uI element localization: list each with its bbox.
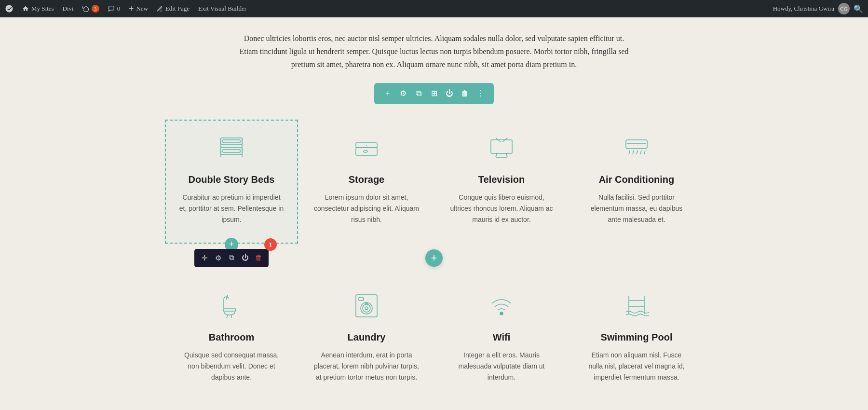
- storage-title: Storage: [349, 174, 384, 185]
- wordpress-logo[interactable]: [5, 4, 14, 13]
- swimming-pool-title: Swimming Pool: [601, 332, 673, 343]
- module-disable-btn[interactable]: ⏻: [239, 252, 251, 264]
- section-toggle-btn[interactable]: ⏻: [443, 87, 456, 100]
- svg-line-19: [637, 150, 637, 154]
- svg-line-12: [506, 153, 507, 157]
- user-greeting: Howdy, Christina Gwira: [773, 5, 834, 13]
- comments-count: 0: [117, 5, 121, 13]
- svg-line-18: [633, 150, 634, 154]
- module-settings-btn[interactable]: ⚙: [212, 252, 224, 264]
- notification-badge: 1: [264, 238, 277, 251]
- swimming-pool-icon: [622, 291, 651, 324]
- svg-point-9: [364, 150, 367, 152]
- svg-point-29: [363, 304, 370, 312]
- television-desc: Congue quis libero euismod, ultrices rho…: [448, 192, 555, 225]
- svg-rect-1: [221, 148, 242, 154]
- air-conditioning-title: Air Conditioning: [599, 174, 675, 185]
- svg-line-17: [629, 150, 630, 154]
- add-btn-between-rows: +: [0, 249, 868, 267]
- wifi-icon: [487, 291, 516, 324]
- feature-storage[interactable]: Storage Lorem ipsum dolor sit amet, cons…: [299, 119, 434, 245]
- svg-rect-7: [356, 148, 377, 155]
- television-title: Television: [478, 174, 525, 185]
- svg-point-31: [500, 312, 503, 315]
- module-move-btn[interactable]: ✛: [198, 252, 211, 264]
- module-duplicate-btn[interactable]: ⧉: [225, 252, 238, 264]
- module-toolbar: ✛ ⚙ ⧉ ⏻ 🗑: [194, 249, 269, 267]
- features-grid-row1: Double Story Beds Curabitur ac pretium i…: [145, 119, 723, 245]
- svg-rect-10: [491, 140, 512, 153]
- my-sites-label: My Sites: [31, 5, 54, 13]
- wifi-desc: Integer a elit eros. Mauris malesuada vu…: [448, 350, 555, 383]
- storage-icon: [352, 133, 381, 166]
- svg-line-11: [496, 153, 497, 157]
- topbar-right: Howdy, Christina Gwira CG 🔍: [773, 3, 863, 14]
- double-story-beds-title: Double Story Beds: [189, 174, 275, 185]
- svg-line-21: [644, 150, 645, 154]
- section-settings-btn[interactable]: ⚙: [396, 87, 410, 100]
- television-icon: [487, 133, 516, 166]
- features-grid-row2: Bathroom Quisque sed consequat massa, no…: [145, 276, 723, 402]
- feature-wifi[interactable]: Wifi Integer a elit eros. Mauris malesua…: [434, 276, 569, 402]
- updates-badge: 3: [92, 5, 99, 13]
- feature-air-conditioning[interactable]: Air Conditioning Nulla facilisi. Sed por…: [569, 119, 704, 245]
- feature-bathroom[interactable]: Bathroom Quisque sed consequat massa, no…: [164, 276, 299, 402]
- section-delete-btn[interactable]: 🗑: [458, 87, 472, 100]
- air-conditioning-desc: Nulla facilisi. Sed porttitor elementum …: [583, 192, 690, 225]
- svg-point-30: [365, 307, 368, 310]
- laundry-icon: [352, 291, 381, 324]
- svg-rect-0: [221, 138, 242, 145]
- section-add-btn[interactable]: +: [381, 87, 394, 100]
- svg-rect-16: [626, 140, 647, 149]
- intro-paragraph: Donec ultricies lobortis eros, nec aucto…: [236, 32, 632, 71]
- section-toolbar: + ⚙ ⧉ ⊞ ⏻ 🗑 ⋮: [374, 83, 494, 104]
- divi-menu[interactable]: Divi: [63, 5, 74, 13]
- main-content: Donec ultricies lobortis eros, nec aucto…: [0, 17, 868, 410]
- exit-builder-label: Exit Visual Builder: [198, 5, 246, 13]
- svg-line-24: [227, 315, 228, 318]
- my-sites-menu[interactable]: My Sites: [22, 5, 54, 13]
- updates-menu[interactable]: 3: [82, 5, 99, 13]
- storage-desc: Lorem ipsum dolor sit amet, consectetur …: [313, 192, 420, 225]
- edit-page-btn[interactable]: Edit Page: [157, 5, 190, 13]
- bunk-bed-icon: [217, 133, 246, 166]
- section-toolbar-wrap: + ⚙ ⧉ ⊞ ⏻ 🗑 ⋮: [0, 83, 868, 104]
- laundry-title: Laundry: [348, 332, 386, 343]
- svg-rect-23: [224, 308, 235, 311]
- module-delete-btn[interactable]: 🗑: [252, 252, 265, 264]
- comments-menu[interactable]: 0: [108, 5, 121, 13]
- intro-text-block: Donec ultricies lobortis eros, nec aucto…: [227, 17, 641, 76]
- exit-builder-btn[interactable]: Exit Visual Builder: [198, 5, 246, 13]
- double-story-beds-desc: Curabitur ac pretium id imperdiet et, po…: [178, 192, 285, 225]
- divi-label: Divi: [63, 5, 74, 13]
- feature-double-story-beds[interactable]: Double Story Beds Curabitur ac pretium i…: [164, 119, 299, 245]
- edit-page-label: Edit Page: [165, 5, 190, 13]
- feature-television[interactable]: Television Congue quis libero euismod, u…: [434, 119, 569, 245]
- feature-laundry[interactable]: Laundry Aenean interdum, erat in porta p…: [299, 276, 434, 402]
- bathroom-desc: Quisque sed consequat massa, non bibendu…: [178, 350, 285, 383]
- svg-rect-4: [223, 140, 240, 143]
- air-conditioning-icon: [622, 133, 651, 166]
- section-more-btn[interactable]: ⋮: [474, 87, 487, 100]
- svg-line-20: [640, 150, 641, 154]
- bathroom-title: Bathroom: [209, 332, 254, 343]
- wifi-title: Wifi: [493, 332, 510, 343]
- bathroom-icon: [217, 291, 246, 324]
- feature-swimming-pool[interactable]: Swimming Pool Etiam non aliquam nisl. Fu…: [569, 276, 704, 402]
- svg-rect-5: [223, 150, 240, 152]
- section-grid-btn[interactable]: ⊞: [427, 87, 441, 100]
- user-avatar[interactable]: CG: [838, 3, 850, 14]
- search-icon[interactable]: 🔍: [854, 4, 863, 14]
- svg-rect-27: [359, 298, 364, 301]
- laundry-desc: Aenean interdum, erat in porta placerat,…: [313, 350, 420, 383]
- topbar: My Sites Divi 3 0 + New Edit Page Exit V…: [0, 0, 868, 17]
- swimming-pool-desc: Etiam non aliquam nisl. Fusce nulla nisl…: [583, 350, 690, 383]
- add-row-btn[interactable]: +: [425, 249, 443, 267]
- new-label: New: [136, 5, 148, 13]
- new-menu[interactable]: + New: [129, 4, 148, 14]
- section-duplicate-btn[interactable]: ⧉: [412, 87, 425, 100]
